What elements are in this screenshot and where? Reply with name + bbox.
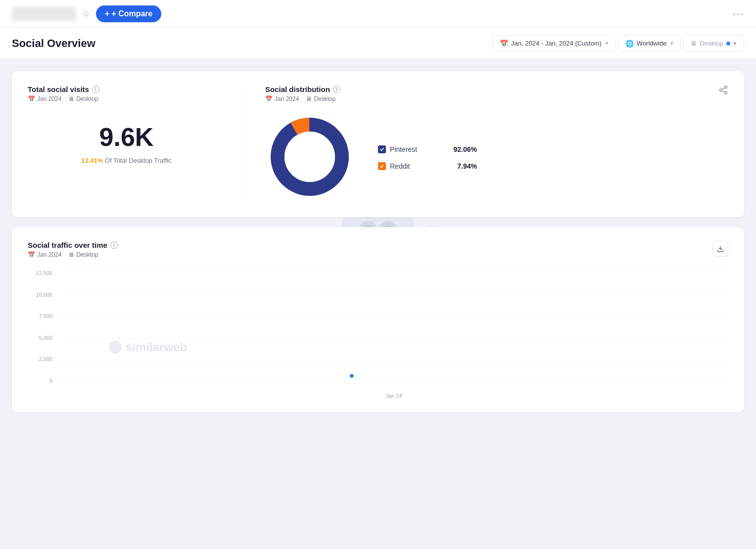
reddit-pct: 7.94% [457,162,477,170]
traffic-chart-title: Social traffic over time i [28,241,118,249]
traffic-over-time-card: Social traffic over time i 📅 Jan 2024 🖥 … [12,227,744,412]
traffic-pct: 12.41% [81,157,103,164]
share-icon[interactable] [718,85,728,97]
y-label-5000: 5,000 [39,335,52,341]
svg-point-28 [284,132,335,182]
more-options-icon[interactable]: ··· [733,8,744,19]
social-dist-device: 🖥 Desktop [306,95,335,102]
y-axis: 12,500 10,000 7,500 5,000 2,500 0 [28,270,57,384]
chart-device: 🖥 Desktop [68,251,98,258]
desktop-icon: 🖥 [690,40,697,47]
calendar-icon: 📅 [500,40,508,47]
chart-calendar-icon: 📅 [28,251,35,258]
location-label: Worldwide [637,40,666,47]
traffic-chart-info-icon[interactable]: i [110,241,118,249]
social-dist-info-icon[interactable]: i [333,86,340,93]
top-card-inner: Total social visits i 📅 Jan 2024 🖥 Deskt… [28,85,728,203]
top-bar-left: ☆ + + Compare [12,5,161,22]
svg-point-22 [720,89,722,92]
social-dist-header: Social distribution i 📅 Jan 2024 🖥 Deskt… [265,85,728,102]
dist-desktop-icon: 🖥 [306,95,312,102]
y-label-2500: 2,500 [39,356,52,362]
chart-data-dot [349,373,354,378]
x-axis: Jan 24 [59,393,728,399]
total-visits-date: 📅 Jan 2024 [28,95,61,102]
reddit-label: Reddit [390,162,410,170]
traffic-pct-label: Of Total Desktop Traffic [105,157,172,164]
total-visits-title: Total social visits i [28,85,99,93]
device-selector[interactable]: 🖥 Desktop ▾ [683,35,744,51]
donut-chart [265,112,354,203]
svg-point-21 [725,86,727,89]
x-label-jan24: Jan 24 [385,393,402,399]
device-chevron-icon: ▾ [733,40,737,47]
social-dist-date: 📅 Jan 2024 [265,95,299,102]
y-label-7500: 7,500 [39,313,52,319]
legend-left-reddit: Reddit [378,162,410,170]
similarweb-watermark: similarweb [109,340,187,354]
total-visits-value: 9.6K [28,122,225,152]
traffic-chart-meta: 📅 Jan 2024 🖥 Desktop [28,251,118,258]
total-visits-device: 🖥 Desktop [68,95,98,102]
chart-date: 📅 Jan 2024 [28,251,61,258]
legend-list: Pinterest 92.06% Reddit 7.94% [378,145,477,170]
total-visits-header: Total social visits i 📅 Jan 2024 🖥 Deskt… [28,85,225,102]
date-range-label: Jan, 2024 - Jan, 2024 (Custom) [511,40,602,47]
grid-svg [59,270,728,384]
location-chevron-icon: ▾ [670,40,673,46]
favorite-icon[interactable]: ☆ [82,8,90,19]
chart-desktop-icon: 🖥 [68,251,74,258]
compare-plus-icon: + [105,9,109,18]
legend-item-reddit: Reddit 7.94% [378,162,477,170]
total-visits-meta: 📅 Jan 2024 🖥 Desktop [28,95,99,102]
header-row: Social Overview 📅 Jan, 2024 - Jan, 2024 … [0,28,756,59]
sw-logo-icon [109,341,122,354]
pinterest-pct: 92.06% [454,145,477,153]
social-dist-meta: 📅 Jan 2024 🖥 Desktop [265,95,340,102]
donut-svg [265,112,354,201]
legend-left-pinterest: Pinterest [378,145,417,153]
watermark-text: similarweb [126,340,187,354]
total-visits-info-icon[interactable]: i [92,86,99,93]
y-label-12500: 12,500 [36,270,52,276]
calendar-small-icon: 📅 [28,95,35,102]
compare-label: + Compare [111,9,152,18]
compare-button[interactable]: + + Compare [96,5,161,22]
download-button[interactable] [712,241,728,257]
chart-grid: similarweb [59,270,728,384]
logo [12,7,76,21]
top-bar: ☆ + + Compare ··· [0,0,756,28]
device-active-dot [726,42,730,46]
svg-point-23 [725,92,727,94]
date-range-selector[interactable]: 📅 Jan, 2024 - Jan, 2024 (Custom) ▾ [492,35,616,52]
main-content: p Total social visits i [0,59,756,424]
svg-line-24 [722,91,725,92]
location-selector[interactable]: 🌐 Worldwide ▾ [618,35,681,52]
chart-area: 12,500 10,000 7,500 5,000 2,500 0 [28,270,728,399]
pinterest-label: Pinterest [390,145,417,153]
social-dist-title: Social distribution i [265,85,340,93]
header-controls: 📅 Jan, 2024 - Jan, 2024 (Custom) ▾ 🌐 Wor… [492,35,744,52]
pinterest-color-swatch [378,145,386,153]
page-title: Social Overview [12,37,95,50]
y-label-0: 0 [49,378,52,384]
reddit-color-swatch [378,162,386,170]
traffic-chart-header: Social traffic over time i 📅 Jan 2024 🖥 … [28,241,728,258]
device-label: Desktop [700,40,723,47]
dist-content: Pinterest 92.06% Reddit 7.94% [265,112,728,203]
chevron-down-icon: ▾ [606,40,609,46]
dist-calendar-icon: 📅 [265,95,273,102]
total-visits-section: Total social visits i 📅 Jan 2024 🖥 Deskt… [28,85,245,203]
desktop-small-icon: 🖥 [68,95,74,102]
globe-icon: 🌐 [625,40,634,47]
svg-point-36 [109,341,122,354]
y-label-10000: 10,000 [36,292,52,298]
legend-item-pinterest: Pinterest 92.06% [378,145,477,153]
total-visits-sub: 12.41% Of Total Desktop Traffic [28,157,225,164]
top-stats-card: Total social visits i 📅 Jan 2024 🖥 Deskt… [12,71,744,217]
social-dist-section: Social distribution i 📅 Jan 2024 🖥 Deskt… [245,85,728,203]
svg-line-25 [722,88,725,89]
